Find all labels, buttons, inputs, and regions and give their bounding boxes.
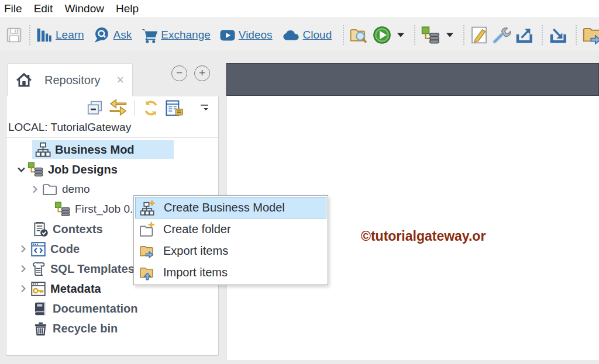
chevron-right-icon[interactable] <box>29 185 42 194</box>
export-items-button[interactable] <box>580 24 599 46</box>
export-talend-projects-button[interactable] <box>512 25 537 46</box>
save-icon <box>5 26 23 44</box>
exchange-link[interactable]: Exchange <box>138 25 217 46</box>
tree-item-label: First_Job 0. <box>75 203 133 216</box>
maximize-button[interactable]: + <box>194 65 210 81</box>
chevron-right-icon[interactable] <box>17 284 30 293</box>
find-job-button[interactable] <box>347 25 371 46</box>
repository-location-label: LOCAL: TutorialGateway <box>6 120 218 138</box>
toolbar-separator <box>414 25 415 45</box>
save-button[interactable] <box>4 25 25 45</box>
create-business-model-icon <box>140 200 156 216</box>
tree-item-label: Business Mod <box>55 143 135 157</box>
tree-item-label: Metadata <box>50 282 101 296</box>
job-node-icon <box>421 26 440 44</box>
metadata-icon <box>30 281 46 296</box>
learn-label: Learn <box>56 29 84 41</box>
toolbar-separator <box>542 25 543 45</box>
chevron-down-icon[interactable] <box>15 165 27 175</box>
code-icon <box>30 241 46 256</box>
import-bracket-icon <box>548 26 569 44</box>
export-bracket-icon <box>514 26 535 44</box>
tab-close-icon[interactable]: × <box>114 72 126 88</box>
chat-bubble-icon <box>92 26 111 44</box>
learn-link[interactable]: Learn <box>34 25 91 45</box>
menu-item-create-business-model[interactable]: Create Business Model <box>135 197 326 219</box>
minimize-button[interactable]: − <box>171 65 187 81</box>
contexts-icon <box>32 221 49 237</box>
job-icon <box>27 162 44 177</box>
menu-item-label: Create folder <box>163 223 231 236</box>
folder-search-icon <box>349 26 369 44</box>
tree-item-job-designs[interactable]: Job Designs <box>6 160 218 179</box>
sql-scroll-icon <box>30 261 46 276</box>
tree-item-label: demo <box>62 183 90 196</box>
ask-link[interactable]: Ask <box>91 25 139 46</box>
tree-item-label: Code <box>50 242 80 256</box>
import-items-icon <box>139 265 155 280</box>
menu-help[interactable]: Help <box>115 2 146 15</box>
menubar: File Edit Window Help <box>0 0 599 18</box>
book-icon <box>32 301 49 316</box>
tree-item-label: Contexts <box>53 223 103 236</box>
menu-item-label: Create Business Model <box>164 201 285 214</box>
run-dropdown-arrow[interactable] <box>397 32 405 38</box>
run-job-button[interactable] <box>371 25 393 46</box>
videos-link[interactable]: Videos <box>217 25 279 45</box>
workspace: Repository × − + ©tutorialgateway.or LOC… <box>0 51 599 364</box>
tree-item-documentation[interactable]: Documentation <box>6 299 218 318</box>
detail-view-icon[interactable] <box>165 99 184 117</box>
main-toolbar: Learn Ask Exchange Videos Cloud <box>0 18 599 51</box>
menu-file[interactable]: File <box>3 2 29 15</box>
job-dropdown-arrow[interactable] <box>446 32 454 38</box>
collapse-all-icon[interactable] <box>86 99 104 117</box>
ask-label: Ask <box>113 29 132 41</box>
menu-item-import-items[interactable]: Import items <box>135 262 326 283</box>
run-icon <box>373 26 391 44</box>
books-icon <box>36 26 53 44</box>
talend-window: File Edit Window Help Learn Ask Exchange… <box>0 0 599 364</box>
toolbar-separator <box>463 25 464 45</box>
exchange-label: Exchange <box>161 29 211 41</box>
view-controls: − + <box>171 65 210 81</box>
tree-item-label: SQL Templates <box>50 262 135 276</box>
settings-wrench-button[interactable] <box>490 25 512 46</box>
context-menu: Create Business Model Create folder Expo… <box>133 195 328 285</box>
cloud-link[interactable]: Cloud <box>279 25 339 45</box>
import-projects-button[interactable] <box>546 25 571 46</box>
cart-icon <box>140 26 159 44</box>
cloud-label: Cloud <box>303 29 332 41</box>
trash-icon <box>32 321 49 336</box>
switch-branches-icon[interactable] <box>109 99 128 117</box>
menu-item-export-items[interactable]: Export items <box>135 240 326 262</box>
tree-item-business-models[interactable]: Business Mod <box>6 140 218 160</box>
home-icon <box>15 71 33 89</box>
wrench-icon <box>492 26 511 44</box>
job-hierarchy-button[interactable] <box>419 25 442 46</box>
create-folder-icon <box>139 221 155 237</box>
editor-header-bar <box>226 63 599 96</box>
tree-item-recycle-bin[interactable]: Recycle bin <box>6 318 218 338</box>
videos-label: Videos <box>239 29 273 41</box>
toolbar-separator <box>343 25 344 45</box>
view-menu-icon[interactable] <box>199 103 212 113</box>
tree-item-label: Job Designs <box>48 163 118 176</box>
tree-item-label: Documentation <box>53 302 138 316</box>
repo-toolbar-separator <box>135 100 135 116</box>
chevron-right-icon[interactable] <box>17 264 30 273</box>
menu-item-create-folder[interactable]: Create folder <box>135 219 326 240</box>
folder-export-icon <box>582 25 599 45</box>
toolbar-separator <box>576 25 577 45</box>
edit-properties-button[interactable] <box>468 25 490 46</box>
job-icon <box>54 202 71 217</box>
chevron-right-icon[interactable] <box>17 244 30 254</box>
tab-repository[interactable]: Repository × <box>8 63 133 96</box>
tree-item-label: Recycle bin <box>53 322 118 335</box>
toolbar-separator <box>29 25 30 45</box>
watermark-text: ©tutorialgateway.or <box>361 228 486 244</box>
menu-window[interactable]: Window <box>63 2 111 15</box>
menu-edit[interactable]: Edit <box>33 2 60 15</box>
refresh-icon[interactable] <box>142 99 160 117</box>
menu-item-label: Import items <box>163 266 228 279</box>
export-items-icon <box>139 243 155 259</box>
